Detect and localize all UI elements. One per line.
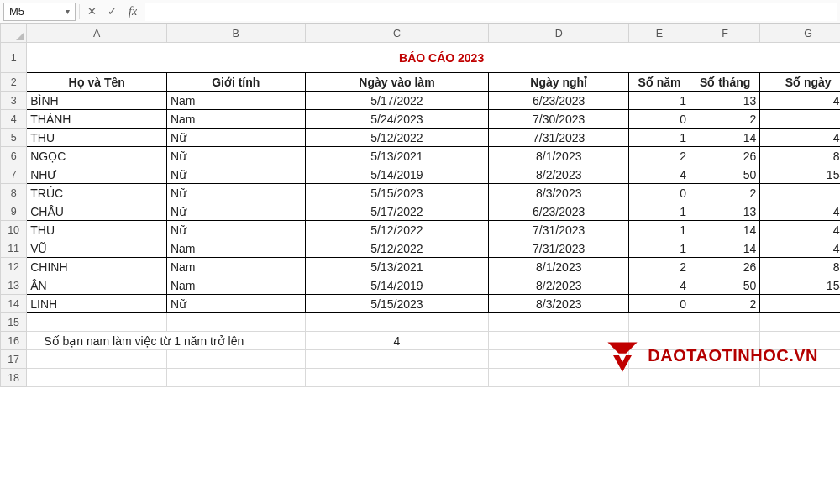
- cell-months[interactable]: 2: [690, 110, 759, 129]
- cell-months[interactable]: 14: [690, 221, 759, 239]
- summary-value[interactable]: 4: [305, 332, 489, 350]
- row-header[interactable]: 16: [1, 332, 27, 350]
- empty-cell[interactable]: [305, 350, 489, 369]
- cell-start[interactable]: 5/15/2023: [305, 184, 489, 202]
- cell-months[interactable]: 2: [690, 295, 759, 313]
- cell-gender[interactable]: Nam: [166, 276, 305, 295]
- header-start[interactable]: Ngày vào làm: [305, 73, 489, 92]
- cell-name[interactable]: THU: [27, 129, 167, 147]
- empty-cell[interactable]: [166, 350, 305, 369]
- cell-days[interactable]: 810: [760, 258, 840, 276]
- cell-name[interactable]: NHƯ: [27, 165, 167, 184]
- col-header[interactable]: E: [629, 24, 690, 43]
- cell-years[interactable]: 1: [629, 129, 690, 147]
- row-header[interactable]: 9: [1, 202, 27, 221]
- cell-years[interactable]: 1: [629, 202, 690, 221]
- cell-years[interactable]: 0: [629, 295, 690, 313]
- cell-days[interactable]: 445: [760, 239, 840, 258]
- row-header[interactable]: 11: [1, 239, 27, 258]
- cell-years[interactable]: 1: [629, 239, 690, 258]
- empty-cell[interactable]: [489, 313, 629, 332]
- cell-days[interactable]: 80: [760, 184, 840, 202]
- cell-gender[interactable]: Nam: [166, 239, 305, 258]
- empty-cell[interactable]: [629, 313, 690, 332]
- cell-days[interactable]: 445: [760, 129, 840, 147]
- cell-start[interactable]: 5/13/2021: [305, 258, 489, 276]
- cell-days[interactable]: 402: [760, 92, 840, 110]
- cell-name[interactable]: ÂN: [27, 276, 167, 295]
- empty-cell[interactable]: [629, 369, 690, 387]
- empty-cell[interactable]: [305, 313, 489, 332]
- cell-gender[interactable]: Nữ: [166, 202, 305, 221]
- empty-cell[interactable]: [760, 313, 840, 332]
- cancel-icon[interactable]: ✕: [83, 3, 100, 21]
- cell-gender[interactable]: Nữ: [166, 165, 305, 184]
- header-years[interactable]: Số năm: [629, 73, 690, 92]
- cell-name[interactable]: THU: [27, 221, 167, 239]
- header-end[interactable]: Ngày nghỉ: [489, 73, 629, 92]
- cell-end[interactable]: 7/31/2023: [489, 239, 629, 258]
- row-header[interactable]: 15: [1, 313, 27, 332]
- cell-end[interactable]: 8/3/2023: [489, 184, 629, 202]
- header-gender[interactable]: Giới tính: [166, 73, 305, 92]
- empty-cell[interactable]: [629, 332, 690, 350]
- cell-start[interactable]: 5/17/2022: [305, 92, 489, 110]
- header-name[interactable]: Họ và Tên: [27, 73, 167, 92]
- cell-gender[interactable]: Nam: [166, 92, 305, 110]
- cell-years[interactable]: 1: [629, 92, 690, 110]
- cell-gender[interactable]: Nữ: [166, 184, 305, 202]
- cell-years[interactable]: 2: [629, 258, 690, 276]
- header-months[interactable]: Số tháng: [690, 73, 759, 92]
- cell-months[interactable]: 2: [690, 184, 759, 202]
- cell-end[interactable]: 8/1/2023: [489, 258, 629, 276]
- cell-name[interactable]: CHINH: [27, 258, 167, 276]
- cell-months[interactable]: 50: [690, 276, 759, 295]
- cell-end[interactable]: 8/2/2023: [489, 276, 629, 295]
- empty-cell[interactable]: [489, 369, 629, 387]
- cell-start[interactable]: 5/24/2023: [305, 110, 489, 129]
- row-header[interactable]: 10: [1, 221, 27, 239]
- cell-years[interactable]: 0: [629, 184, 690, 202]
- cell-gender[interactable]: Nam: [166, 110, 305, 129]
- fx-icon[interactable]: fx: [123, 5, 142, 18]
- cell-start[interactable]: 5/17/2022: [305, 202, 489, 221]
- cell-start[interactable]: 5/12/2022: [305, 129, 489, 147]
- empty-cell[interactable]: [305, 369, 489, 387]
- row-header[interactable]: 4: [1, 110, 27, 129]
- empty-cell[interactable]: [489, 332, 629, 350]
- row-header[interactable]: 2: [1, 73, 27, 92]
- cell-end[interactable]: 7/31/2023: [489, 129, 629, 147]
- empty-cell[interactable]: [27, 350, 167, 369]
- row-header[interactable]: 14: [1, 295, 27, 313]
- cell-months[interactable]: 50: [690, 165, 759, 184]
- cell-months[interactable]: 13: [690, 92, 759, 110]
- cell-name[interactable]: THÀNH: [27, 110, 167, 129]
- cell-name[interactable]: BÌNH: [27, 92, 167, 110]
- cell-years[interactable]: 1: [629, 221, 690, 239]
- report-title[interactable]: BÁO CÁO 2023: [27, 43, 840, 73]
- summary-label[interactable]: Số bạn nam làm việc từ 1 năm trở lên: [27, 332, 305, 350]
- row-header[interactable]: 3: [1, 92, 27, 110]
- header-days[interactable]: Số ngày: [760, 73, 840, 92]
- cell-name[interactable]: CHÂU: [27, 202, 167, 221]
- col-header[interactable]: B: [166, 24, 305, 43]
- empty-cell[interactable]: [166, 313, 305, 332]
- cell-years[interactable]: 4: [629, 165, 690, 184]
- row-header[interactable]: 13: [1, 276, 27, 295]
- empty-cell[interactable]: [166, 369, 305, 387]
- empty-cell[interactable]: [27, 369, 167, 387]
- cell-start[interactable]: 5/12/2022: [305, 239, 489, 258]
- cell-months[interactable]: 14: [690, 129, 759, 147]
- row-header[interactable]: 1: [1, 43, 27, 73]
- row-header[interactable]: 17: [1, 350, 27, 369]
- col-header[interactable]: C: [305, 24, 489, 43]
- cell-end[interactable]: 6/23/2023: [489, 92, 629, 110]
- cell-years[interactable]: 4: [629, 276, 690, 295]
- cell-start[interactable]: 5/15/2023: [305, 295, 489, 313]
- cell-years[interactable]: 0: [629, 110, 690, 129]
- row-header[interactable]: 6: [1, 147, 27, 165]
- empty-cell[interactable]: [629, 350, 690, 369]
- cell-days[interactable]: 1541: [760, 165, 840, 184]
- cell-gender[interactable]: Nam: [166, 258, 305, 276]
- cell-gender[interactable]: Nữ: [166, 221, 305, 239]
